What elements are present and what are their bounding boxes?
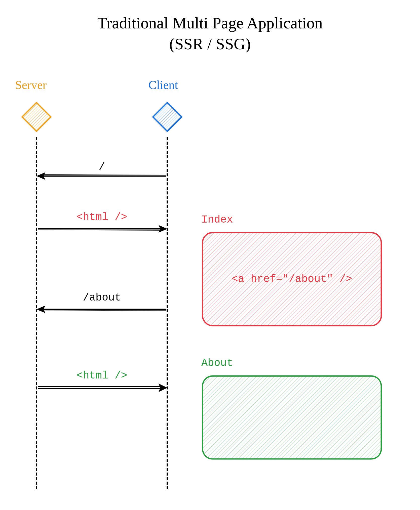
title-line-2: (SSR / SSG)	[169, 35, 251, 53]
diagram-title: Traditional Multi Page Application (SSR …	[0, 13, 420, 54]
index-page-box: <a href="/about" />	[201, 231, 383, 327]
svg-line-6	[38, 230, 161, 230]
server-node-icon	[20, 101, 53, 133]
svg-line-3	[43, 175, 166, 175]
request-label-about: /about	[36, 292, 167, 304]
about-page-label: About	[201, 357, 233, 369]
svg-marker-13	[159, 384, 167, 392]
svg-line-9	[43, 310, 166, 311]
request-arrow-about: /about	[36, 304, 167, 324]
request-arrow-root: /	[36, 171, 167, 191]
index-page-label: Index	[201, 214, 233, 226]
client-label: Client	[148, 78, 178, 92]
diagram-canvas: Traditional Multi Page Application (SSR …	[0, 0, 420, 510]
title-line-1: Traditional Multi Page Application	[97, 14, 323, 32]
index-page-content: <a href="/about" />	[232, 273, 352, 285]
response-label-index: <html />	[36, 211, 167, 223]
response-arrow-index: <html />	[36, 224, 167, 244]
about-page-box	[201, 375, 383, 460]
svg-rect-18	[203, 376, 381, 459]
response-arrow-about: <html />	[36, 382, 167, 402]
server-label: Server	[15, 78, 47, 92]
request-label-root: /	[36, 161, 167, 173]
client-node-icon	[151, 101, 184, 133]
response-label-about: <html />	[36, 370, 167, 382]
